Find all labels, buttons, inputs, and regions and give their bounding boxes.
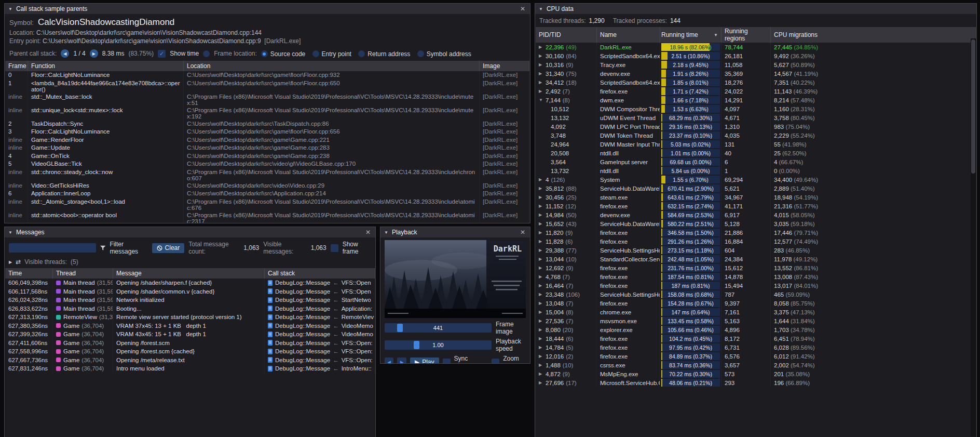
close-icon[interactable]: ✕ xyxy=(364,229,372,236)
prev-parent-button[interactable]: ◀ xyxy=(61,49,69,58)
cpu-row[interactable]: ▶ 10,316 (9) Tracy.exe 2.18 s (9.45%) 2.… xyxy=(536,60,976,69)
cpu-row[interactable]: 3,564 GameInput server 69.68 us (0.00%) … xyxy=(536,157,976,166)
cpu-row[interactable]: ▶ 34,412 (18) ScriptedSandbox64.exe 1.85… xyxy=(536,78,976,87)
cpu-row[interactable]: ▶ 4,768 (7) firefox.exe 187.54 ms (0.81%… xyxy=(536,272,976,281)
call-stack-row[interactable]: inline std::atomic<bool>::operator bool … xyxy=(5,211,529,224)
cpu-row[interactable]: ▼ 7,144 (8) dwm.exe 1.66 s (7.18%) 1.66 … xyxy=(536,96,976,104)
collapse-icon[interactable]: ▼ xyxy=(384,230,388,235)
cpu-row[interactable]: 10,512 DWM Compositor Thread 1.53 s (6.6… xyxy=(536,104,976,113)
expand-arrow-icon[interactable]: ▶ xyxy=(539,213,546,217)
expand-arrow-icon[interactable]: ▶ xyxy=(539,363,546,367)
message-callstack[interactable]: DebugLog::Message ← VFS::Open xyxy=(265,287,375,296)
expand-arrow-icon[interactable]: ▶ xyxy=(539,372,546,376)
next-parent-button[interactable]: ▶ xyxy=(90,49,98,58)
cpu-row[interactable]: ▶ 18,444 (6) firefox.exe 104.2 ms (0.45%… xyxy=(536,334,976,343)
play-button[interactable]: ▶ Play xyxy=(410,357,439,364)
cpu-row[interactable]: 3,748 DWM Token Thread 23.37 ms (0.10%) … xyxy=(536,131,976,140)
message-callstack[interactable]: DebugLog::Message ← StartNetwo xyxy=(265,296,375,304)
cpu-row[interactable]: ▶ 14,784 (5) firefox.exe 97.95 ms (0.42%… xyxy=(536,343,976,352)
message-callstack[interactable]: DebugLog::Message ← VFS::Open xyxy=(265,279,375,287)
column-header-frame[interactable]: Frame xyxy=(5,61,28,71)
expand-arrow-icon[interactable]: ▶ xyxy=(539,345,546,350)
expand-arrow-icon[interactable]: ▼ xyxy=(539,98,546,102)
window-titlebar[interactable]: ▼ Messages ✕ xyxy=(5,227,375,237)
expand-arrow-icon[interactable]: ▶ xyxy=(539,186,546,191)
call-stack-row[interactable]: inline std::_Atomic_storage<bool,1>::loa… xyxy=(5,198,529,211)
column-header-time[interactable]: Time xyxy=(5,268,53,279)
step-forward-button[interactable]: ▶ xyxy=(397,357,406,364)
expand-icon[interactable]: ▶ xyxy=(9,260,12,264)
expand-arrow-icon[interactable]: ▶ xyxy=(539,319,546,323)
call-stack-row[interactable]: 2 TaskDispatch::Sync C:\Users\wolf\Deskt… xyxy=(5,120,529,128)
column-header-location[interactable]: Location xyxy=(184,61,480,71)
message-row[interactable]: 606,117,568ns Main thread (31,596) Openi… xyxy=(5,287,375,296)
message-row[interactable]: 626,833,622ns Main thread (31,596) Booti… xyxy=(5,304,375,313)
column-header-callstack[interactable]: Call stack xyxy=(265,268,375,279)
frame-location-radio[interactable]: Entry point xyxy=(312,50,351,58)
message-row[interactable]: 627,831,246ns Game (36,704) Intro menu l… xyxy=(5,364,375,373)
close-icon[interactable]: ✕ xyxy=(519,229,526,236)
cpu-row[interactable]: ▶ 12,692 (9) firefox.exe 231.76 ms (1.00… xyxy=(536,263,976,272)
window-titlebar[interactable]: ▼ CPU data xyxy=(535,4,976,14)
call-stack-row[interactable]: 4 Game::OnTick C:\Users\wolf\Desktop\dar… xyxy=(5,152,529,161)
call-stack-row[interactable]: inline std::chrono::steady_clock::now C:… xyxy=(5,168,529,182)
call-stack-row[interactable]: 0 Floor::CalcLightNoLuminance C:\Users\w… xyxy=(5,71,529,80)
call-stack-row[interactable]: 1 <lambda_84a19dc444fae966ca174e83e708bd… xyxy=(5,80,529,93)
expand-arrow-icon[interactable]: ▶ xyxy=(539,54,546,58)
expand-arrow-icon[interactable]: ▶ xyxy=(539,354,546,359)
call-stack-row[interactable]: inline Game::RenderFloor C:\Users\wolf\D… xyxy=(5,136,529,144)
call-stack-row[interactable]: inline std::_Mutex_base::lock C:\Program… xyxy=(5,93,529,107)
message-callstack[interactable]: DebugLog::Message ← VFS::Open: xyxy=(265,339,375,348)
expand-arrow-icon[interactable]: ▶ xyxy=(539,380,546,385)
sync-timeline-checkbox[interactable] xyxy=(443,359,451,364)
cpu-row[interactable]: ▶ 1,488 (10) csrss.exe 83.74 ms (0.36%) … xyxy=(536,361,976,369)
collapse-icon[interactable]: ▼ xyxy=(8,230,12,235)
message-callstack[interactable]: DebugLog::Message ← VFS::Open: xyxy=(265,356,375,365)
cpu-row[interactable]: ▶ 15,004 (8) chrome.exe 147 ms (0.64%) 1… xyxy=(536,308,976,316)
show-frame-checkbox[interactable] xyxy=(331,244,338,252)
message-row[interactable]: 627,399,326ns Game (36,704) VRAM 43x45: … xyxy=(5,330,375,339)
expand-arrow-icon[interactable]: ▶ xyxy=(539,301,546,306)
scrollbar-grab[interactable] xyxy=(971,39,975,174)
cpu-row[interactable]: ▶ 8,080 (20) explorer.exe 105.66 ms (0.4… xyxy=(536,325,976,334)
message-callstack[interactable]: DebugLog::Message ← VideoMemo xyxy=(265,322,375,330)
expand-arrow-icon[interactable]: ▶ xyxy=(539,221,546,226)
close-icon[interactable]: ✕ xyxy=(519,5,526,12)
expand-arrow-icon[interactable]: ▶ xyxy=(539,248,546,253)
cpu-row[interactable]: ▶ 11,828 (6) firefox.exe 291.26 ms (1.26… xyxy=(536,237,976,246)
expand-arrow-icon[interactable]: ▶ xyxy=(539,310,546,314)
message-row[interactable]: 627,558,996ns Game (36,704) Opening /for… xyxy=(5,347,375,356)
expand-arrow-icon[interactable]: ▶ xyxy=(539,71,546,76)
step-back-button[interactable]: ◀ xyxy=(385,357,393,364)
message-callstack[interactable]: DebugLog::Message ← VFS::Open: xyxy=(265,347,375,356)
cpu-row[interactable]: 24,964 DWM Master Input Thread 5.03 ms (… xyxy=(536,140,976,149)
cpu-row[interactable]: ▶ 29,388 (77) ServiceHub.SettingsHost 27… xyxy=(536,246,976,255)
message-callstack[interactable]: DebugLog::Message ← RemoteViev xyxy=(265,313,375,322)
expand-arrow-icon[interactable]: ▶ xyxy=(539,230,546,235)
message-row[interactable]: 627,313,190ns RemoteView (31,392) Remote… xyxy=(5,313,375,322)
expand-arrow-icon[interactable]: ▶ xyxy=(539,89,546,94)
cpu-row[interactable]: ▶ 2,492 (7) firefox.exe 1.71 s (7.42%) 1… xyxy=(536,87,976,96)
collapse-icon[interactable]: ▼ xyxy=(8,7,12,11)
frame-image-slider[interactable]: 441 xyxy=(385,323,492,333)
zoom-2x-checkbox[interactable] xyxy=(492,359,499,364)
filter-input[interactable] xyxy=(9,243,96,253)
column-header-thread[interactable]: Thread xyxy=(53,268,113,279)
column-header-pid-tid[interactable]: PID/TID xyxy=(536,27,597,43)
expand-arrow-icon[interactable]: ▶ xyxy=(539,195,546,200)
cpu-row[interactable]: ▶ 15,652 (43) ServiceHub.DataWarehou 580… xyxy=(536,219,976,228)
frame-location-radio[interactable]: Symbol address xyxy=(417,50,471,58)
cpu-row[interactable]: ▶ 35,812 (88) ServiceHub.DataWarehou 670… xyxy=(536,184,976,193)
expand-arrow-icon[interactable]: ▶ xyxy=(539,239,546,244)
window-titlebar[interactable]: ▼ Playback ✕ xyxy=(380,227,530,237)
playback-speed-slider[interactable]: 1.00 xyxy=(385,340,492,350)
message-callstack[interactable]: DebugLog::Message ← IntroMenu:: xyxy=(265,364,375,373)
column-header-cpu-migrations[interactable]: CPU migrations xyxy=(771,27,976,43)
expand-arrow-icon[interactable]: ▶ xyxy=(539,266,546,270)
cpu-row[interactable]: ▶ 4,872 (9) MsMpEng.exe 70.22 ms (0.30%)… xyxy=(536,369,976,378)
frame-location-radio[interactable]: Source code xyxy=(261,50,305,58)
call-stack-row[interactable]: 5 VideoGLBase::Tick C:\Users\wolf\Deskto… xyxy=(5,160,529,168)
expand-arrow-icon[interactable]: ▶ xyxy=(539,336,546,341)
show-time-checkbox[interactable]: ✓ xyxy=(158,50,166,58)
column-header-running-time[interactable]: Running time ▼ xyxy=(660,27,722,43)
